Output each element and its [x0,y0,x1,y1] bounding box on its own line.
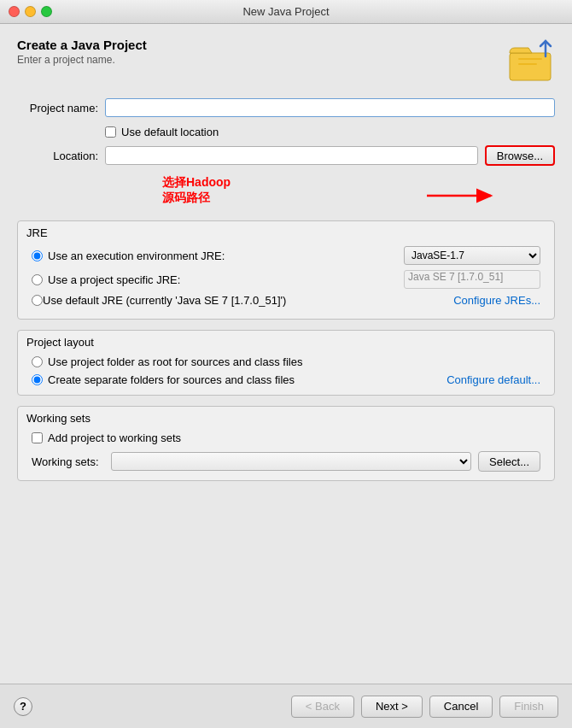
cancel-button[interactable]: Cancel [429,696,493,718]
jre-env-select[interactable]: JavaSE-1.7 JavaSE-1.8 JavaSE-11 [404,246,540,265]
annotation-line1: 选择Hadoop [162,175,231,189]
location-label: Location: [17,150,98,162]
next-button[interactable]: Next > [361,696,423,718]
project-layout-section: Project layout Use project folder as roo… [17,330,555,396]
window-title: New Java Project [242,5,329,18]
configure-default-link[interactable]: Configure default... [447,373,540,386]
main-content: Create a Java Project Enter a project na… [0,24,572,684]
jre-radio2[interactable] [32,274,43,285]
annotation-arrow-svg [427,179,504,213]
layout-radio1-row: Use project folder as root for sources a… [32,355,540,368]
add-to-working-sets-label: Add project to working sets [48,432,181,444]
close-button[interactable] [9,6,20,17]
bottom-buttons: < Back Next > Cancel Finish [291,696,558,718]
page-subtitle: Enter a project name. [17,54,147,66]
jre-section-title: JRE [18,221,554,241]
svg-rect-0 [510,53,551,80]
layout-radio2-label: Create separate folders for sources and … [48,373,295,386]
project-name-row: Project name: [17,98,555,117]
annotation-line2: 源码路径 [162,191,210,204]
annotation-text: 选择Hadoop 源码路径 [162,174,231,205]
jre-radio3-row: Use default JRE (currently 'Java SE 7 [1… [32,294,540,307]
svg-rect-2 [518,58,542,60]
jre-radio3[interactable] [32,295,43,306]
maximize-button[interactable] [41,6,52,17]
use-default-location-checkbox[interactable] [105,126,116,138]
svg-rect-3 [518,63,537,65]
location-input[interactable] [105,146,478,165]
finish-button[interactable]: Finish [499,696,558,718]
layout-radio1-label: Use project folder as root for sources a… [48,355,302,368]
titlebar: New Java Project [0,0,572,24]
working-sets-label: Working sets: [32,455,104,468]
jre-radio3-label: Use default JRE (currently 'Java SE 7 [1… [43,294,286,307]
jre-radio1-row: Use an execution environment JRE: JavaSE… [32,246,540,265]
project-name-label: Project name: [17,102,98,114]
working-sets-title: Working sets [18,407,554,426]
back-button[interactable]: < Back [291,696,354,718]
add-to-working-sets-row: Add project to working sets [32,432,540,444]
jre-section: JRE Use an execution environment JRE: Ja… [17,220,555,320]
window-controls[interactable] [9,6,52,17]
annotation-area: 选择Hadoop 源码路径 [17,174,555,217]
location-row: Location: Browse... [17,145,555,166]
working-sets-input-row: Working sets: Select... [32,451,540,472]
use-default-location-row: Use default location [17,126,555,138]
jre-section-body: Use an execution environment JRE: JavaSE… [18,241,554,319]
configure-jres-link[interactable]: Configure JREs... [453,294,540,307]
jre-radio1[interactable] [32,250,43,261]
jre-radio2-label: Use a project specific JRE: [48,273,180,286]
browse-button[interactable]: Browse... [485,145,555,166]
jre-radio1-label: Use an execution environment JRE: [48,250,225,262]
project-name-input[interactable] [105,98,555,117]
layout-radio2-row: Create separate folders for sources and … [32,373,540,386]
folder-icon-svg [508,38,555,85]
page-title: Create a Java Project [17,38,147,52]
select-working-sets-button[interactable]: Select... [478,451,540,472]
add-to-working-sets-checkbox[interactable] [32,432,43,443]
working-sets-section: Working sets Add project to working sets… [17,406,555,481]
minimize-button[interactable] [25,6,36,17]
help-button[interactable]: ? [14,697,32,716]
jre-specific-display: Java SE 7 [1.7.0_51] [404,270,540,289]
layout-radio2[interactable] [32,374,43,385]
header-section: Create a Java Project Enter a project na… [17,38,555,85]
project-layout-title: Project layout [18,331,554,350]
header-text: Create a Java Project Enter a project na… [17,38,147,66]
working-sets-body: Add project to working sets Working sets… [18,426,554,480]
layout-radio1[interactable] [32,356,43,367]
folder-icon [508,38,555,85]
working-sets-select[interactable] [111,452,471,471]
use-default-location-label: Use default location [121,126,219,138]
project-layout-body: Use project folder as root for sources a… [18,350,554,395]
bottom-bar: ? < Back Next > Cancel Finish [0,684,572,728]
jre-radio2-row: Use a project specific JRE: Java SE 7 [1… [32,270,540,289]
